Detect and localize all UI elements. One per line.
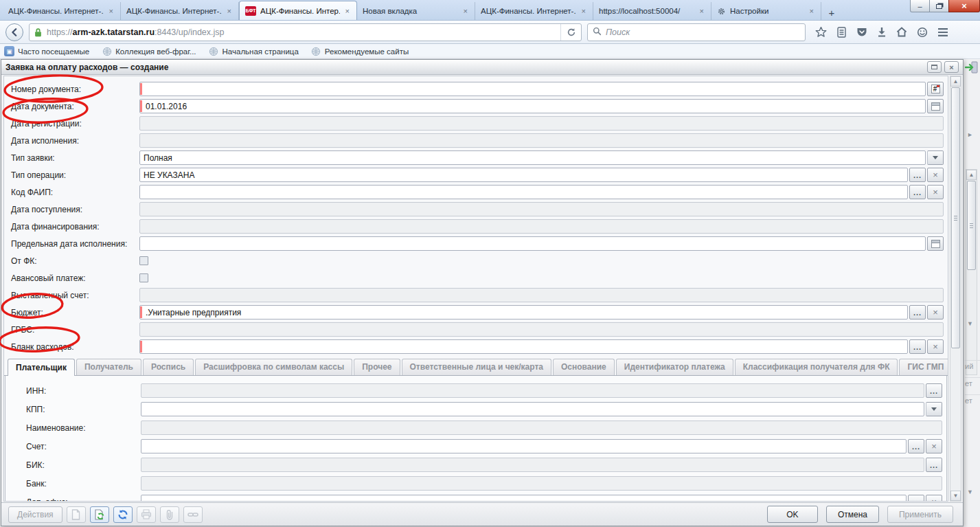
scroll-down-icon[interactable]: ▼ [967, 489, 973, 495]
close-window-button[interactable]: × [948, 0, 980, 12]
scroll-up-icon[interactable]: ▲ [966, 170, 977, 180]
search-field[interactable]: Поиск [587, 23, 806, 41]
faip-code-input[interactable] [139, 185, 908, 199]
exit-door-icon[interactable] [965, 61, 979, 76]
clear-button[interactable]: × [927, 185, 944, 199]
tab-close-icon[interactable]: × [808, 7, 815, 15]
number-generator-button[interactable]: # [927, 82, 944, 96]
date-picker-button[interactable] [927, 99, 944, 113]
pocket-icon[interactable] [856, 27, 867, 37]
lookup-button[interactable]: ... [909, 168, 926, 182]
dialog-close-button[interactable]: × [944, 61, 959, 73]
address-bar[interactable]: https://arm-azk.tatarstan.ru:8443/up/ind… [29, 23, 582, 41]
lookup-button[interactable]: ... [908, 495, 924, 502]
clear-button[interactable]: × [926, 439, 942, 453]
lookup-button[interactable]: ... [909, 185, 926, 199]
menu-hamburger-icon[interactable] [937, 27, 948, 37]
browser-tab-active[interactable]: БФТ АЦК-Финансы. Интер... × [239, 1, 357, 20]
tab-rospis[interactable]: Роспись [143, 359, 194, 375]
budget-input[interactable]: .Унитарные предприятия [139, 305, 908, 319]
browser-tab-1[interactable]: АЦК-Финансы. Интернет-... × [3, 2, 121, 20]
tab-payer[interactable]: Плательщик [8, 359, 75, 376]
browser-tab-5[interactable]: АЦК-Финансы. Интернет-... × [475, 2, 593, 20]
tab-responsible[interactable]: Ответственные лица и чек/карта [402, 359, 551, 375]
minimize-button[interactable]: – [910, 0, 930, 12]
tab-cash-symbols[interactable]: Расшифровка по символам кассы [195, 359, 352, 375]
tab-close-icon[interactable]: × [698, 7, 705, 15]
bookmark-item-home[interactable]: Начальная страница [209, 46, 299, 56]
smiley-icon[interactable] [917, 27, 928, 38]
tab-fk-classification[interactable]: Классификация получателя для ФК [735, 359, 898, 375]
tab-other[interactable]: Прочее [354, 359, 400, 375]
dropdown-button[interactable] [927, 150, 944, 165]
clear-button[interactable]: × [926, 495, 942, 502]
lookup-button[interactable]: ... [909, 305, 926, 319]
dialog-scrollbar[interactable]: ▲ ▼ [950, 76, 961, 502]
account-input[interactable] [141, 439, 907, 453]
lookup-button[interactable]: ... [909, 339, 926, 354]
date-picker-button[interactable] [927, 236, 944, 251]
advance-payment-checkbox[interactable] [139, 273, 148, 282]
attach-button[interactable] [160, 506, 179, 523]
link-button[interactable] [183, 506, 203, 523]
tab-close-icon[interactable]: × [108, 7, 115, 15]
scroll-down-icon[interactable]: ▼ [967, 320, 973, 327]
dialog-title-bar[interactable]: Заявка на оплату расходов — создание × [1, 60, 963, 75]
bookmark-item-recommended[interactable]: Рекомендуемые сайты [311, 46, 409, 56]
browser-tab-2[interactable]: АЦК-Финансы. Интернет-... × [121, 2, 239, 20]
reload-button[interactable] [560, 24, 581, 41]
scrollbar-thumb[interactable] [967, 181, 976, 270]
document-number-input[interactable] [139, 82, 926, 96]
cancel-button[interactable]: Отмена [826, 506, 879, 523]
lookup-button[interactable]: ... [926, 458, 942, 472]
expense-form-input[interactable] [139, 339, 908, 354]
tab-payment-id[interactable]: Идентификатор платежа [616, 359, 733, 375]
save-export-button[interactable] [90, 506, 109, 523]
collapse-panel-icon[interactable]: ► [967, 131, 973, 138]
tab-gis-gmp[interactable]: ГИС ГМП [899, 359, 948, 375]
dialog-maximize-button[interactable] [927, 61, 942, 73]
browser-tab-settings[interactable]: Настройки × [711, 2, 821, 20]
clear-button[interactable]: × [927, 168, 944, 182]
restore-button[interactable] [930, 0, 948, 12]
kpp-select[interactable] [141, 402, 924, 416]
ssl-padlock-icon[interactable] [34, 27, 43, 37]
bookmark-star-icon[interactable] [815, 26, 827, 38]
actions-button[interactable]: Действия [8, 506, 62, 523]
bookmarks-list-icon[interactable] [836, 27, 847, 38]
tab-recipient[interactable]: Получатель [76, 359, 141, 375]
back-button[interactable] [5, 23, 23, 41]
browser-tab-localhost[interactable]: https://localhost:50004/ × [593, 2, 711, 20]
clear-button[interactable]: × [927, 305, 944, 319]
tab-basis[interactable]: Основание [553, 359, 615, 375]
background-scrollbar[interactable]: ▲ [966, 169, 977, 375]
print-button[interactable] [137, 506, 156, 523]
inn-input [141, 383, 924, 398]
tab-close-icon[interactable]: × [462, 7, 469, 15]
bookmark-item-frequent[interactable]: ▣ Часто посещаемые [4, 46, 89, 56]
browser-tab-new-page[interactable]: Новая вкладка × [357, 2, 475, 20]
refresh-button[interactable] [113, 506, 133, 523]
scrollbar-thumb[interactable] [951, 87, 960, 348]
new-document-button[interactable] [67, 506, 86, 523]
dop-office-input[interactable] [141, 495, 907, 502]
scroll-up-icon[interactable]: ▲ [950, 76, 961, 87]
operation-type-input[interactable]: НЕ УКАЗАНА [139, 168, 908, 182]
tab-close-icon[interactable]: × [580, 7, 587, 15]
from-fk-checkbox[interactable] [139, 256, 148, 265]
ok-button[interactable]: OK [767, 506, 818, 523]
home-icon[interactable] [896, 27, 907, 37]
tab-close-icon[interactable]: × [344, 7, 351, 15]
new-tab-button[interactable]: + [823, 5, 841, 20]
lookup-button[interactable]: ... [908, 439, 924, 453]
lookup-button[interactable]: ... [926, 383, 942, 398]
downloads-icon[interactable] [877, 27, 887, 37]
document-date-input[interactable]: 01.01.2016 [139, 99, 926, 113]
scroll-down-icon[interactable]: ▼ [950, 491, 961, 501]
tab-close-icon[interactable]: × [226, 7, 233, 15]
request-type-select[interactable]: Полная [139, 150, 926, 165]
dropdown-button[interactable] [926, 402, 942, 416]
deadline-date-input[interactable] [139, 236, 926, 251]
bookmark-item-collection[interactable]: Коллекция веб-фраг... [102, 46, 196, 56]
clear-button[interactable]: × [927, 339, 944, 354]
